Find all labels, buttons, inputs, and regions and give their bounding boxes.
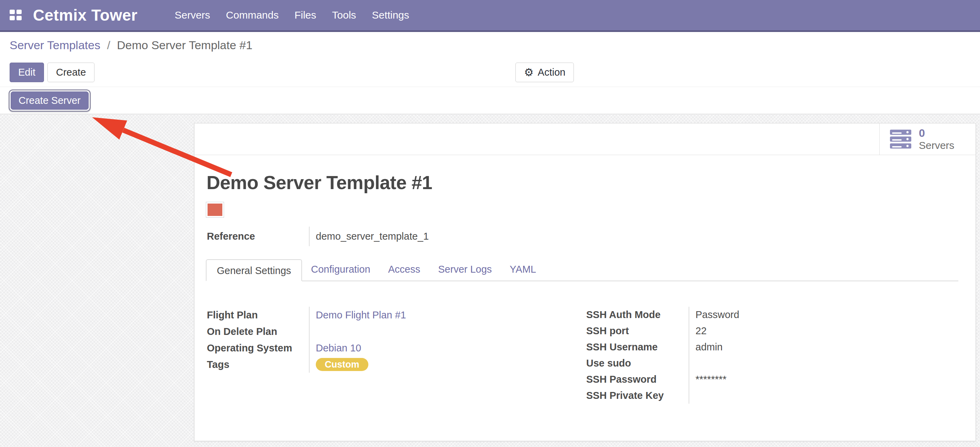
field-value-ssh-username: admin [695,342,722,353]
notebook-tabs: General SettingsConfigurationAccessServe… [206,259,958,281]
field-row-ssh-auth-mode: SSH Auth ModePassword [586,307,950,323]
breadcrumb: Server Templates / Demo Server Template … [10,38,253,52]
tab-access[interactable]: Access [379,259,429,281]
field-label-ssh-auth-mode: SSH Auth Mode [586,309,689,321]
field-group-right: SSH Auth ModePasswordSSH port22SSH Usern… [586,307,950,404]
field-label-ssh-private-key: SSH Private Key [586,390,689,401]
field-row-operating-system: Operating SystemDebian 10 [207,340,571,356]
field-value-ssh-password: ******** [695,374,726,385]
field-label-flight-plan: Flight Plan [207,310,309,321]
reference-field: Reference demo_server_template_1 [207,227,585,246]
server-stack-icon [890,129,911,149]
field-link-debian-10[interactable]: Debian 10 [316,342,361,354]
button-box: 0 Servers [194,123,975,155]
control-panel: Server Templates / Demo Server Template … [0,34,980,87]
top-navbar: Cetmix Tower ServersCommandsFilesToolsSe… [0,0,980,32]
menu-item-commands[interactable]: Commands [226,9,279,21]
field-row-ssh-username: SSH Usernameadmin [586,339,950,355]
menu-item-tools[interactable]: Tools [332,9,356,21]
breadcrumb-separator: / [103,38,113,51]
field-label-operating-system: Operating System [207,342,309,354]
action-button-label: Action [538,67,566,78]
apps-grid-icon[interactable] [10,10,22,21]
menu-item-settings[interactable]: Settings [372,9,409,21]
reference-value: demo_server_template_1 [316,231,429,242]
field-label-tags: Tags [207,359,309,370]
field-row-ssh-private-key: SSH Private Key [586,388,950,404]
field-row-flight-plan: Flight PlanDemo Flight Plan #1 [207,307,571,323]
field-label-use-sudo: Use sudo [586,358,689,369]
main-menu: ServersCommandsFilesToolsSettings [175,9,409,21]
field-link-demo-flight-plan-1[interactable]: Demo Flight Plan #1 [316,310,406,321]
tag-badge-custom: Custom [316,358,368,371]
create-server-button[interactable]: Create Server [11,91,89,110]
field-value-ssh-port: 22 [695,325,706,337]
field-row-tags: TagsCustom [207,356,571,373]
field-group-left: Flight PlanDemo Flight Plan #1On Delete … [207,307,571,373]
breadcrumb-parent-link[interactable]: Server Templates [10,38,100,51]
statusbar: Create Server [0,87,980,114]
tab-yaml[interactable]: YAML [501,259,545,281]
app-brand[interactable]: Cetmix Tower [33,6,137,24]
tab-server-logs[interactable]: Server Logs [429,259,501,281]
record-title: Demo Server Template #1 [207,172,432,193]
field-value-ssh-auth-mode: Password [695,309,739,321]
field-row-on-delete-plan: On Delete Plan [207,323,571,340]
tab-configuration[interactable]: Configuration [302,259,379,281]
page: Cetmix Tower ServersCommandsFilesToolsSe… [0,0,980,447]
record-sheet: 0 Servers Demo Server Template #1 Refere… [194,123,976,441]
menu-item-servers[interactable]: Servers [175,9,210,21]
menu-item-files[interactable]: Files [294,9,316,21]
control-panel-buttons: Edit Create [10,62,94,82]
color-swatch-fill [208,204,222,216]
field-label-ssh-password: SSH Password [586,374,689,385]
servers-count: 0 [919,127,954,139]
create-server-highlight-ring: Create Server [9,89,91,112]
reference-label: Reference [207,231,309,242]
field-label-ssh-port: SSH port [586,325,689,337]
color-picker-swatch[interactable] [206,202,224,218]
breadcrumb-current: Demo Server Template #1 [117,38,252,51]
field-label-on-delete-plan: On Delete Plan [207,326,309,337]
field-row-ssh-port: SSH port22 [586,323,950,339]
servers-label: Servers [919,140,954,151]
servers-stat-button[interactable]: 0 Servers [879,123,975,155]
gear-icon: ⚙ [524,67,534,78]
action-button[interactable]: ⚙ Action [515,62,574,82]
field-label-ssh-username: SSH Username [586,342,689,353]
tab-general-settings[interactable]: General Settings [206,259,302,281]
edit-button[interactable]: Edit [10,62,44,82]
field-row-use-sudo: Use sudo [586,355,950,371]
create-button[interactable]: Create [48,62,94,82]
field-row-ssh-password: SSH Password******** [586,371,950,388]
